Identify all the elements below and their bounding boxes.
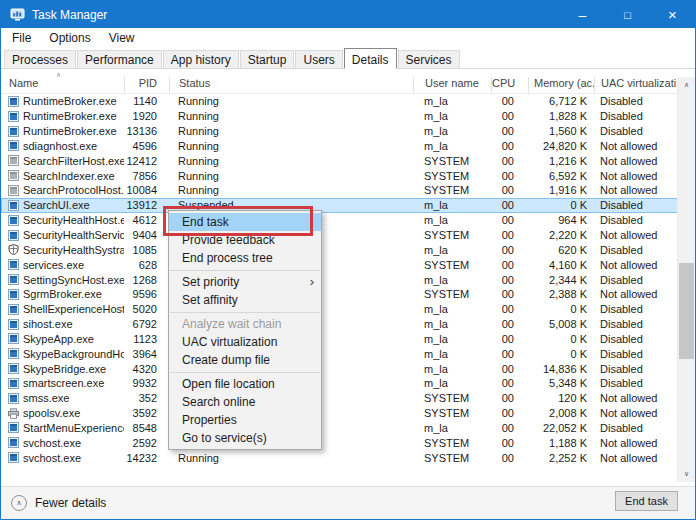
user-name-cell: m_la xyxy=(413,199,491,211)
name-cell: ShellExperienceHost.exe xyxy=(1,303,124,315)
context-menu-item-uac-virtualization[interactable]: UAC virtualization xyxy=(169,333,321,351)
column-header-pid[interactable]: PID xyxy=(124,77,169,93)
app-window-icon xyxy=(8,437,19,448)
fewer-details-toggle[interactable]: ∧ Fewer details xyxy=(11,495,106,511)
column-header-status[interactable]: Status xyxy=(169,77,413,93)
process-name: RuntimeBroker.exe xyxy=(23,95,117,107)
process-name: SkypeApp.exe xyxy=(23,333,94,345)
table-row[interactable]: svchost.exe14232RunningSYSTEM002,252 KNo… xyxy=(1,450,695,465)
pid-cell: 9932 xyxy=(124,377,169,389)
tab-app-history[interactable]: App history xyxy=(163,50,239,68)
menu-separator xyxy=(170,312,320,313)
table-row[interactable]: SearchProtocolHost.exe10084RunningSYSTEM… xyxy=(1,183,695,198)
menu-options[interactable]: Options xyxy=(40,29,99,47)
column-header-user-name[interactable]: User name xyxy=(413,77,491,93)
table-row[interactable]: ShellExperienceHost.exe5020Runningm_la00… xyxy=(1,302,695,317)
table-row[interactable]: RuntimeBroker.exe13136Runningm_la001,560… xyxy=(1,124,695,139)
close-button[interactable]: × xyxy=(650,1,695,28)
memory-cell: 2,388 K xyxy=(528,288,594,300)
app-window-icon xyxy=(8,200,19,211)
table-row[interactable]: StartMenuExperienceH...8548Runningm_la00… xyxy=(1,421,695,436)
name-cell: StartMenuExperienceH... xyxy=(1,422,124,434)
table-row[interactable]: smss.exe352RunningSYSTEM00120 KNot allow… xyxy=(1,391,695,406)
scrollbar-thumb[interactable] xyxy=(679,263,694,359)
app-window-icon xyxy=(8,452,19,463)
process-name: smss.exe xyxy=(23,392,69,404)
table-row[interactable]: SkypeBackgroundHost....3964Runningm_la00… xyxy=(1,346,695,361)
minimize-button[interactable]: – xyxy=(560,1,605,28)
table-row[interactable]: smartscreen.exe9932Runningm_la005,348 KD… xyxy=(1,376,695,391)
context-menu-item-analyze-wait-chain: Analyze wait chain xyxy=(169,315,321,333)
table-row[interactable]: SearchFilterHost.exe12412RunningSYSTEM00… xyxy=(1,153,695,168)
table-row[interactable]: sihost.exe6792Runningm_la005,008 KDisabl… xyxy=(1,317,695,332)
context-menu-item-open-file-location[interactable]: Open file location xyxy=(169,375,321,393)
context-menu-item-create-dump-file[interactable]: Create dump file xyxy=(169,351,321,369)
context-menu-item-end-task[interactable]: End task xyxy=(169,213,321,231)
vertical-scrollbar[interactable]: ∧ ∨ xyxy=(677,77,695,482)
tab-details[interactable]: Details xyxy=(344,48,397,69)
scrollbar-up-icon[interactable]: ∧ xyxy=(678,77,695,93)
tab-services[interactable]: Services xyxy=(398,50,460,68)
user-name-cell: m_la xyxy=(413,333,491,345)
table-row[interactable]: SecurityHealthHost.exe4612Runningm_la009… xyxy=(1,213,695,228)
memory-cell: 620 K xyxy=(528,244,594,256)
context-menu-item-set-priority[interactable]: Set priority› xyxy=(169,273,321,291)
name-cell: svchost.exe xyxy=(1,452,124,464)
scrollbar-down-icon[interactable]: ∨ xyxy=(678,466,695,482)
tab-users[interactable]: Users xyxy=(295,50,342,68)
tab-processes[interactable]: Processes xyxy=(4,50,76,68)
table-row[interactable]: SecurityHealthService.e...9404RunningSYS… xyxy=(1,228,695,243)
column-header-cpu[interactable]: CPU xyxy=(491,77,528,93)
menu-file[interactable]: File xyxy=(3,29,40,47)
user-name-cell: m_la xyxy=(413,95,491,107)
process-name: ShellExperienceHost.exe xyxy=(23,303,124,315)
table-row[interactable]: SecurityHealthSystray.e...1085Runningm_l… xyxy=(1,242,695,257)
table-row[interactable]: RuntimeBroker.exe1140Runningm_la006,712 … xyxy=(1,94,695,109)
user-name-cell: SYSTEM xyxy=(413,229,491,241)
column-header-memory-ac[interactable]: Memory (ac... xyxy=(528,77,594,93)
column-header-name[interactable]: Name xyxy=(1,77,124,93)
menu-view[interactable]: View xyxy=(100,29,144,47)
context-menu-item-search-online[interactable]: Search online xyxy=(169,393,321,411)
context-menu-item-provide-feedback[interactable]: Provide feedback xyxy=(169,231,321,249)
table-row[interactable]: svchost.exe2592RunningSYSTEM001,188 KNot… xyxy=(1,435,695,450)
context-menu-item-set-affinity[interactable]: Set affinity xyxy=(169,291,321,309)
tab-performance[interactable]: Performance xyxy=(77,50,162,68)
uac-cell: Disabled xyxy=(594,214,676,226)
cpu-cell: 00 xyxy=(491,452,528,464)
table-row[interactable]: services.exe628RunningSYSTEM004,160 KNot… xyxy=(1,257,695,272)
table-row[interactable]: sdiagnhost.exe4596Runningm_la0024,820 KN… xyxy=(1,139,695,154)
column-header-uac-virtualization[interactable]: UAC virtualization xyxy=(594,77,676,93)
pid-cell: 7856 xyxy=(124,170,169,182)
table-row[interactable]: SgrmBroker.exe9596RunningSYSTEM002,388 K… xyxy=(1,287,695,302)
table-row[interactable]: SkypeBridge.exe4320Runningm_la0014,836 K… xyxy=(1,361,695,376)
table-row[interactable]: SettingSyncHost.exe1268Runningm_la002,34… xyxy=(1,272,695,287)
end-task-button[interactable]: End task xyxy=(615,491,678,511)
cpu-cell: 00 xyxy=(491,303,528,315)
cpu-cell: 00 xyxy=(491,125,528,137)
process-name: SettingSyncHost.exe xyxy=(23,274,124,286)
table-row[interactable]: SearchIndexer.exe7856RunningSYSTEM006,59… xyxy=(1,168,695,183)
context-menu-item-go-to-service-s[interactable]: Go to service(s) xyxy=(169,429,321,447)
uac-cell: Not allowed xyxy=(594,392,676,404)
context-menu-item-end-process-tree[interactable]: End process tree xyxy=(169,249,321,267)
table-row[interactable]: SkypeApp.exe1123Runningm_la000 KDisabled xyxy=(1,332,695,347)
memory-cell: 1,828 K xyxy=(528,110,594,122)
user-name-cell: SYSTEM xyxy=(413,184,491,196)
tab-startup[interactable]: Startup xyxy=(240,50,295,68)
cpu-cell: 00 xyxy=(491,422,528,434)
table-row[interactable]: spoolsv.exe3592RunningSYSTEM002,008 KNot… xyxy=(1,406,695,421)
uac-cell: Not allowed xyxy=(594,437,676,449)
app-window-icon xyxy=(8,393,19,404)
table-row[interactable]: SearchUI.exe13912Suspendedm_la000 KDisab… xyxy=(1,198,695,213)
table-row[interactable]: RuntimeBroker.exe1920Runningm_la001,828 … xyxy=(1,109,695,124)
maximize-button[interactable]: □ xyxy=(605,1,650,28)
app-window-icon xyxy=(8,274,19,285)
name-cell: services.exe xyxy=(1,259,124,271)
uac-cell: Disabled xyxy=(594,95,676,107)
user-name-cell: m_la xyxy=(413,274,491,286)
app-window-icon xyxy=(8,140,19,151)
name-cell: svchost.exe xyxy=(1,437,124,449)
memory-cell: 2,252 K xyxy=(528,452,594,464)
context-menu-item-properties[interactable]: Properties xyxy=(169,411,321,429)
